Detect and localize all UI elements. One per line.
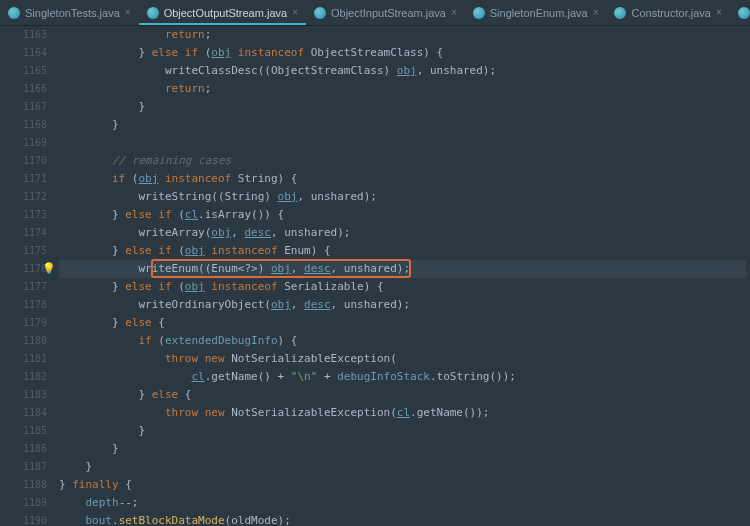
code-line[interactable]: return;	[59, 26, 746, 44]
line-number: 1186	[0, 440, 47, 458]
line-number: 1176	[0, 260, 47, 278]
line-number: 1178	[0, 296, 47, 314]
code-line[interactable]: } finally {	[59, 476, 746, 494]
java-file-icon	[8, 7, 20, 19]
line-number: 1187	[0, 458, 47, 476]
code-line[interactable]: } else if (obj instanceof Serializable) …	[59, 278, 746, 296]
code-line[interactable]: writeArray(obj, desc, unshared);	[59, 224, 746, 242]
line-number: 1182	[0, 368, 47, 386]
java-file-icon	[314, 7, 326, 19]
tab-3[interactable]: SingletonEnum.java×	[465, 0, 607, 25]
code-line[interactable]: }	[59, 422, 746, 440]
tab-2[interactable]: ObjectInputStream.java×	[306, 0, 465, 25]
tab-5[interactable]: EnumConstantNotPrese×	[730, 0, 750, 25]
intention-bulb-icon[interactable]: 💡	[42, 262, 56, 275]
line-number: 1164	[0, 44, 47, 62]
code-area[interactable]: return; } else if (obj instanceof Object…	[55, 26, 750, 526]
close-icon[interactable]: ×	[716, 7, 722, 18]
tab-label: ObjectOutputStream.java	[164, 7, 288, 19]
code-line[interactable]: cl.getName() + "\n" + debugInfoStack.toS…	[59, 368, 746, 386]
code-line[interactable]: // remaining cases	[59, 152, 746, 170]
code-line[interactable]: }	[59, 98, 746, 116]
line-number: 1183	[0, 386, 47, 404]
tab-0[interactable]: SingletonTests.java×	[0, 0, 139, 25]
code-line[interactable]: throw new NotSerializableException(cl.ge…	[59, 404, 746, 422]
line-number: 1165	[0, 62, 47, 80]
code-line[interactable]: }	[59, 116, 746, 134]
line-number: 1172	[0, 188, 47, 206]
line-number: 1184	[0, 404, 47, 422]
line-number: 1171	[0, 170, 47, 188]
code-line[interactable]: if (obj instanceof String) {	[59, 170, 746, 188]
java-file-icon	[738, 7, 750, 19]
code-line[interactable]: writeClassDesc((ObjectStreamClass) obj, …	[59, 62, 746, 80]
tab-label: SingletonTests.java	[25, 7, 120, 19]
line-number: 1179	[0, 314, 47, 332]
line-number: 1167	[0, 98, 47, 116]
tab-label: ObjectInputStream.java	[331, 7, 446, 19]
code-line[interactable]: writeOrdinaryObject(obj, desc, unshared)…	[59, 296, 746, 314]
close-icon[interactable]: ×	[292, 7, 298, 18]
line-number: 1163	[0, 26, 47, 44]
line-number: 1173	[0, 206, 47, 224]
code-line[interactable]: } else if (obj instanceof Enum) {	[59, 242, 746, 260]
line-number: 1166	[0, 80, 47, 98]
code-line[interactable]: }	[59, 458, 746, 476]
close-icon[interactable]: ×	[451, 7, 457, 18]
code-line[interactable]: } else if (cl.isArray()) {	[59, 206, 746, 224]
java-file-icon	[614, 7, 626, 19]
code-line[interactable]: return;	[59, 80, 746, 98]
code-line[interactable]: } else if (obj instanceof ObjectStreamCl…	[59, 44, 746, 62]
line-number: 1189	[0, 494, 47, 512]
tab-1[interactable]: ObjectOutputStream.java×	[139, 0, 306, 25]
java-file-icon	[473, 7, 485, 19]
line-number: 1180	[0, 332, 47, 350]
code-line[interactable]: } else {	[59, 314, 746, 332]
close-icon[interactable]: ×	[593, 7, 599, 18]
code-line[interactable]: }	[59, 440, 746, 458]
code-line[interactable]: writeEnum((Enum<?>) obj, desc, unshared)…	[59, 260, 746, 278]
line-number: 1175	[0, 242, 47, 260]
code-line[interactable]: throw new NotSerializableException(	[59, 350, 746, 368]
code-line[interactable]: } else {	[59, 386, 746, 404]
line-number: 1174	[0, 224, 47, 242]
line-number: 1169	[0, 134, 47, 152]
line-number: 1188	[0, 476, 47, 494]
line-number: 1168	[0, 116, 47, 134]
line-number: 1170	[0, 152, 47, 170]
code-line[interactable]: writeString((String) obj, unshared);	[59, 188, 746, 206]
line-number: 1181	[0, 350, 47, 368]
line-number: 1185	[0, 422, 47, 440]
code-line[interactable]: if (extendedDebugInfo) {	[59, 332, 746, 350]
code-line[interactable]: depth--;	[59, 494, 746, 512]
tab-label: SingletonEnum.java	[490, 7, 588, 19]
java-file-icon	[147, 7, 159, 19]
tab-4[interactable]: Constructor.java×	[606, 0, 729, 25]
line-number: 1190	[0, 512, 47, 526]
code-line[interactable]: bout.setBlockDataMode(oldMode);	[59, 512, 746, 526]
code-editor[interactable]: 1163116411651166116711681169117011711172…	[0, 26, 750, 526]
line-number: 1177	[0, 278, 47, 296]
code-line[interactable]	[59, 134, 746, 152]
close-icon[interactable]: ×	[125, 7, 131, 18]
gutter: 1163116411651166116711681169117011711172…	[0, 26, 55, 526]
tab-bar: SingletonTests.java×ObjectOutputStream.j…	[0, 0, 750, 26]
tab-label: Constructor.java	[631, 7, 710, 19]
